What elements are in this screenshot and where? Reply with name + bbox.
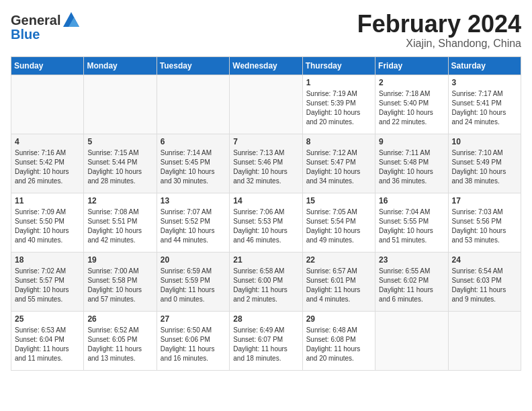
- main-title: February 2024: [357, 11, 521, 38]
- calendar-cell: 2Sunrise: 7:18 AMSunset: 5:40 PMDaylight…: [375, 75, 448, 134]
- day-info: Sunrise: 7:03 AMSunset: 5:56 PMDaylight:…: [452, 208, 517, 245]
- title-area: February 2024 Xiajin, Shandong, China: [357, 11, 521, 50]
- day-info: Sunrise: 6:59 AMSunset: 5:59 PMDaylight:…: [161, 267, 226, 304]
- calendar-cell: 6Sunrise: 7:14 AMSunset: 5:45 PMDaylight…: [157, 134, 229, 193]
- day-number: 1: [306, 78, 371, 87]
- day-info: Sunrise: 7:04 AMSunset: 5:55 PMDaylight:…: [379, 208, 444, 245]
- calendar-cell: 14Sunrise: 7:06 AMSunset: 5:53 PMDayligh…: [230, 193, 302, 252]
- day-number: 27: [161, 314, 226, 324]
- calendar-cell: 4Sunrise: 7:16 AMSunset: 5:42 PMDaylight…: [11, 134, 84, 193]
- weekday-header-monday: Monday: [84, 56, 157, 75]
- calendar-cell: 21Sunrise: 6:58 AMSunset: 6:00 PMDayligh…: [230, 252, 302, 311]
- day-info: Sunrise: 7:13 AMSunset: 5:46 PMDaylight:…: [233, 148, 298, 186]
- day-number: 10: [452, 137, 517, 146]
- day-info: Sunrise: 6:52 AMSunset: 6:05 PMDaylight:…: [87, 326, 152, 363]
- day-number: 6: [161, 137, 226, 146]
- day-number: 15: [306, 196, 371, 205]
- logo-general-text: General: [11, 13, 60, 28]
- calendar-cell: 28Sunrise: 6:49 AMSunset: 6:07 PMDayligh…: [230, 311, 302, 370]
- day-number: 18: [15, 255, 80, 265]
- logo-blue-text: Blue: [11, 27, 40, 42]
- calendar-cell: [448, 311, 521, 370]
- day-number: 22: [306, 255, 371, 265]
- subtitle: Xiajin, Shandong, China: [357, 38, 521, 50]
- calendar-cell: 24Sunrise: 6:54 AMSunset: 6:03 PMDayligh…: [448, 252, 521, 311]
- day-number: 24: [452, 255, 517, 265]
- calendar-cell: 25Sunrise: 6:53 AMSunset: 6:04 PMDayligh…: [11, 311, 84, 370]
- calendar-cell: 22Sunrise: 6:57 AMSunset: 6:01 PMDayligh…: [302, 252, 375, 311]
- calendar-cell: 13Sunrise: 7:07 AMSunset: 5:52 PMDayligh…: [157, 193, 229, 252]
- logo: General Blue: [11, 11, 81, 42]
- day-info: Sunrise: 7:16 AMSunset: 5:42 PMDaylight:…: [15, 148, 80, 186]
- weekday-header-friday: Friday: [375, 56, 448, 75]
- day-number: 9: [379, 137, 444, 146]
- day-info: Sunrise: 7:02 AMSunset: 5:57 PMDaylight:…: [15, 267, 80, 304]
- day-info: Sunrise: 7:18 AMSunset: 5:40 PMDaylight:…: [379, 89, 444, 127]
- day-info: Sunrise: 6:48 AMSunset: 6:08 PMDaylight:…: [306, 326, 371, 363]
- day-number: 3: [452, 78, 517, 87]
- calendar-cell: 9Sunrise: 7:11 AMSunset: 5:48 PMDaylight…: [375, 134, 448, 193]
- weekday-header-wednesday: Wednesday: [230, 56, 302, 75]
- week-row-5: 25Sunrise: 6:53 AMSunset: 6:04 PMDayligh…: [11, 311, 521, 370]
- day-number: 29: [306, 314, 371, 324]
- day-info: Sunrise: 6:53 AMSunset: 6:04 PMDaylight:…: [15, 326, 80, 363]
- calendar-table: SundayMondayTuesdayWednesdayThursdayFrid…: [11, 56, 521, 371]
- day-info: Sunrise: 6:54 AMSunset: 6:03 PMDaylight:…: [452, 267, 517, 304]
- day-info: Sunrise: 6:49 AMSunset: 6:07 PMDaylight:…: [233, 326, 298, 363]
- calendar-cell: 26Sunrise: 6:52 AMSunset: 6:05 PMDayligh…: [84, 311, 157, 370]
- day-info: Sunrise: 7:10 AMSunset: 5:49 PMDaylight:…: [452, 148, 517, 186]
- day-info: Sunrise: 7:12 AMSunset: 5:47 PMDaylight:…: [306, 148, 371, 186]
- week-row-1: 1Sunrise: 7:19 AMSunset: 5:39 PMDaylight…: [11, 75, 521, 134]
- weekday-header-thursday: Thursday: [302, 56, 375, 75]
- day-info: Sunrise: 7:09 AMSunset: 5:50 PMDaylight:…: [15, 208, 80, 245]
- weekday-header-saturday: Saturday: [448, 56, 521, 75]
- day-number: 17: [452, 196, 517, 205]
- day-number: 2: [379, 78, 444, 87]
- day-number: 25: [15, 314, 80, 324]
- weekday-header-row: SundayMondayTuesdayWednesdayThursdayFrid…: [11, 56, 521, 75]
- day-number: 21: [233, 255, 298, 265]
- day-info: Sunrise: 7:06 AMSunset: 5:53 PMDaylight:…: [233, 208, 298, 245]
- day-number: 28: [233, 314, 298, 324]
- calendar-cell: [230, 75, 302, 134]
- week-row-2: 4Sunrise: 7:16 AMSunset: 5:42 PMDaylight…: [11, 134, 521, 193]
- calendar-cell: 18Sunrise: 7:02 AMSunset: 5:57 PMDayligh…: [11, 252, 84, 311]
- calendar-cell: 29Sunrise: 6:48 AMSunset: 6:08 PMDayligh…: [302, 311, 375, 370]
- calendar-cell: 10Sunrise: 7:10 AMSunset: 5:49 PMDayligh…: [448, 134, 521, 193]
- day-number: 16: [379, 196, 444, 205]
- calendar-cell: 1Sunrise: 7:19 AMSunset: 5:39 PMDaylight…: [302, 75, 375, 134]
- day-info: Sunrise: 7:15 AMSunset: 5:44 PMDaylight:…: [87, 148, 152, 186]
- day-number: 26: [87, 314, 152, 324]
- calendar-cell: 3Sunrise: 7:17 AMSunset: 5:41 PMDaylight…: [448, 75, 521, 134]
- week-row-4: 18Sunrise: 7:02 AMSunset: 5:57 PMDayligh…: [11, 252, 521, 311]
- day-info: Sunrise: 7:14 AMSunset: 5:45 PMDaylight:…: [161, 148, 226, 186]
- logo-icon: [62, 11, 81, 30]
- calendar-cell: 5Sunrise: 7:15 AMSunset: 5:44 PMDaylight…: [84, 134, 157, 193]
- weekday-header-sunday: Sunday: [11, 56, 84, 75]
- day-number: 23: [379, 255, 444, 265]
- day-number: 20: [161, 255, 226, 265]
- weekday-header-tuesday: Tuesday: [157, 56, 229, 75]
- calendar-cell: 17Sunrise: 7:03 AMSunset: 5:56 PMDayligh…: [448, 193, 521, 252]
- day-info: Sunrise: 7:08 AMSunset: 5:51 PMDaylight:…: [87, 208, 152, 245]
- calendar-cell: 8Sunrise: 7:12 AMSunset: 5:47 PMDaylight…: [302, 134, 375, 193]
- day-info: Sunrise: 7:19 AMSunset: 5:39 PMDaylight:…: [306, 89, 371, 127]
- calendar-cell: 15Sunrise: 7:05 AMSunset: 5:54 PMDayligh…: [302, 193, 375, 252]
- calendar-cell: 12Sunrise: 7:08 AMSunset: 5:51 PMDayligh…: [84, 193, 157, 252]
- calendar-cell: 19Sunrise: 7:00 AMSunset: 5:58 PMDayligh…: [84, 252, 157, 311]
- calendar-cell: 7Sunrise: 7:13 AMSunset: 5:46 PMDaylight…: [230, 134, 302, 193]
- calendar-cell: [84, 75, 157, 134]
- calendar-cell: 11Sunrise: 7:09 AMSunset: 5:50 PMDayligh…: [11, 193, 84, 252]
- day-info: Sunrise: 7:07 AMSunset: 5:52 PMDaylight:…: [161, 208, 226, 245]
- day-info: Sunrise: 6:55 AMSunset: 6:02 PMDaylight:…: [379, 267, 444, 304]
- day-number: 11: [15, 196, 80, 205]
- day-info: Sunrise: 7:17 AMSunset: 5:41 PMDaylight:…: [452, 89, 517, 127]
- day-number: 19: [87, 255, 152, 265]
- day-number: 14: [233, 196, 298, 205]
- week-row-3: 11Sunrise: 7:09 AMSunset: 5:50 PMDayligh…: [11, 193, 521, 252]
- calendar-cell: 27Sunrise: 6:50 AMSunset: 6:06 PMDayligh…: [157, 311, 229, 370]
- day-number: 5: [87, 137, 152, 146]
- day-number: 13: [161, 196, 226, 205]
- day-number: 12: [87, 196, 152, 205]
- header: General Blue February 2024 Xiajin, Shand…: [11, 11, 521, 50]
